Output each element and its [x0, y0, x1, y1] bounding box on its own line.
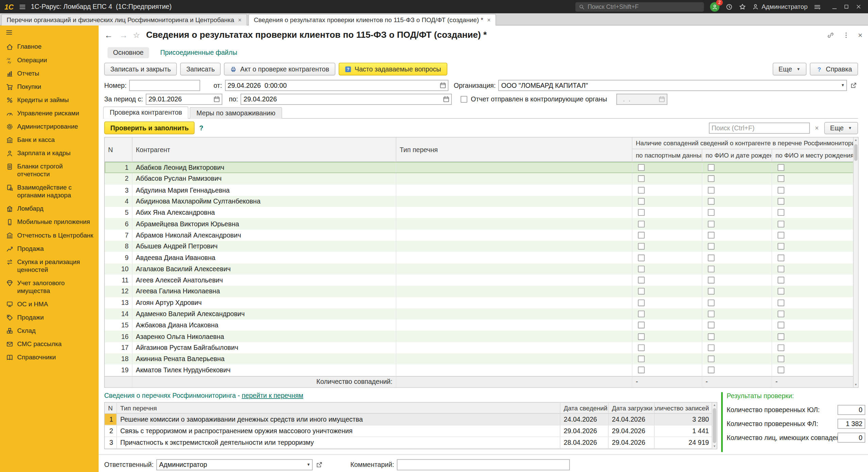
match-checkbox[interactable] — [778, 243, 784, 250]
notifications-avatar[interactable]: 2 — [710, 2, 719, 12]
dropdown-icon[interactable]: ▼ — [307, 462, 310, 466]
table-row[interactable]: 11Агеев Алексей Анатольевич — [105, 275, 854, 286]
open-organization-button[interactable] — [849, 81, 858, 90]
table-search-input[interactable] — [709, 122, 810, 133]
match-checkbox[interactable] — [638, 311, 645, 318]
list-row[interactable]: 3Причастность к экстремистской деятельно… — [105, 437, 713, 449]
sidebar-item-fixed-assets[interactable]: ОС и НМА — [0, 297, 99, 311]
clear-search-icon[interactable]: × — [812, 124, 821, 132]
sidebar-item-payroll-hr[interactable]: Зарплата и кадры — [0, 146, 99, 160]
match-checkbox[interactable] — [778, 333, 784, 340]
window-close-button[interactable] — [854, 2, 864, 12]
match-checkbox[interactable] — [708, 288, 715, 295]
match-checkbox[interactable] — [638, 277, 645, 283]
check-and-fill-button[interactable]: Проверить и заполнить — [104, 121, 194, 134]
result-value-input[interactable] — [837, 419, 865, 429]
sidebar-item-lombard[interactable]: Ломбард — [0, 202, 99, 215]
sidebar-item-operations[interactable]: АгКуОперации — [0, 53, 99, 66]
organization-input[interactable] — [498, 80, 847, 91]
dropdown-icon[interactable]: ▼ — [841, 83, 845, 87]
match-checkbox[interactable] — [638, 322, 645, 329]
table-row[interactable]: 2Аббасов Руслан Рамизович — [105, 173, 854, 184]
match-checkbox[interactable] — [708, 198, 715, 205]
global-search-input[interactable] — [588, 3, 701, 10]
scrollbar-thumb[interactable] — [854, 144, 857, 161]
help-button[interactable]: ? Справка — [810, 63, 858, 75]
match-checkbox[interactable] — [778, 265, 784, 272]
match-checkbox[interactable] — [708, 232, 715, 239]
open-responsible-button[interactable] — [314, 460, 324, 470]
get-link-icon[interactable] — [827, 31, 834, 38]
report-sent-checkbox[interactable] — [461, 96, 467, 103]
sidebar-item-buyback[interactable]: Скупка и реализация ценностей — [0, 255, 99, 276]
match-checkbox[interactable] — [638, 288, 645, 295]
window-tab[interactable]: Перечни организаций и физических лиц Рос… — [1, 14, 247, 26]
favorite-toggle-star[interactable]: ☆ — [133, 31, 140, 39]
column-header-list-type[interactable]: Тип перечня — [396, 137, 633, 161]
window-maximize-button[interactable] — [841, 2, 851, 12]
match-checkbox[interactable] — [708, 265, 715, 272]
sidebar-item-sale[interactable]: Продажа — [0, 242, 99, 255]
window-minimize-button[interactable] — [829, 2, 839, 12]
match-checkbox[interactable] — [638, 187, 645, 194]
match-checkbox[interactable] — [708, 254, 715, 261]
scroll-down-icon[interactable]: ▼ — [854, 382, 858, 387]
match-checkbox[interactable] — [708, 356, 715, 362]
match-checkbox[interactable] — [708, 333, 715, 340]
column-header-passport[interactable]: по паспортным данным — [632, 149, 702, 161]
history-icon[interactable] — [726, 3, 733, 10]
responsible-input[interactable] — [156, 459, 313, 471]
match-checkbox[interactable] — [778, 221, 784, 227]
match-checkbox[interactable] — [778, 344, 784, 351]
user-menu[interactable]: Администратор — [752, 3, 807, 10]
scroll-up-icon[interactable]: ▲ — [854, 137, 858, 143]
period-from-input[interactable] — [146, 94, 222, 105]
calendar-icon[interactable] — [443, 95, 450, 103]
sidebar-item-administration[interactable]: Администрирование — [0, 120, 99, 133]
match-checkbox[interactable] — [778, 164, 784, 171]
sidebar-item-risk-management[interactable]: Управление рисками — [0, 107, 99, 120]
calendar-icon[interactable] — [439, 82, 446, 89]
match-checkbox[interactable] — [638, 299, 645, 306]
match-checkbox[interactable] — [778, 311, 784, 318]
print-act-button[interactable]: Акт о проверке контрагентов — [224, 63, 335, 75]
lists-header-n[interactable]: N — [105, 403, 117, 413]
scroll-down-icon[interactable]: ▼ — [712, 444, 717, 449]
match-checkbox[interactable] — [638, 254, 645, 261]
table-row[interactable]: 1Абабков Леонид Викторович — [105, 162, 854, 173]
date-from-input[interactable] — [225, 80, 448, 91]
scroll-up-icon[interactable]: ▲ — [712, 403, 717, 408]
sidebar-item-centralbank-reporting[interactable]: Отчетность в Центробанк — [0, 229, 99, 242]
match-checkbox[interactable] — [778, 232, 784, 239]
match-checkbox[interactable] — [708, 322, 715, 329]
match-checkbox[interactable] — [708, 299, 715, 306]
sidebar-item-purchases[interactable]: Покупки — [0, 80, 99, 93]
match-checkbox[interactable] — [638, 176, 645, 182]
match-checkbox[interactable] — [638, 164, 645, 171]
sidebar-item-catalogs[interactable]: Справочники — [0, 351, 99, 364]
table-row[interactable]: 3Абдулина Мария Геннадьевна — [105, 184, 854, 196]
match-checkbox[interactable] — [778, 299, 784, 306]
link-attached-files[interactable]: Присоединенные файлы — [160, 49, 237, 56]
match-checkbox[interactable] — [778, 209, 784, 216]
nav-forward-button[interactable]: → — [118, 29, 129, 40]
column-header-name-birthdate[interactable]: по ФИО и дате рождения — [702, 149, 772, 161]
table-row[interactable]: 14Адаменко Валерий Александрович — [105, 308, 854, 320]
more-menu-icon[interactable] — [843, 31, 850, 38]
sidebar-item-bank-cash[interactable]: Банк и касса — [0, 133, 99, 146]
match-checkbox[interactable] — [778, 176, 784, 182]
favorites-star-icon[interactable] — [739, 3, 746, 10]
sidebar-item-collateral[interactable]: Учет залогового имущества — [0, 276, 99, 297]
table-row[interactable]: 8Абышев Андрей Петрович — [105, 241, 854, 252]
more-button[interactable]: Еще▼ — [772, 63, 806, 75]
calendar-icon[interactable] — [213, 95, 221, 103]
table-scrollbar[interactable]: ▲ ▼ — [853, 137, 858, 387]
tab-close-icon[interactable]: × — [238, 17, 241, 23]
match-checkbox[interactable] — [708, 187, 715, 194]
table-row[interactable]: 5Абих Яна Александровна — [105, 207, 854, 218]
lists-header-type[interactable]: Тип перечня — [117, 403, 560, 413]
result-value-input[interactable] — [837, 405, 865, 415]
match-checkbox[interactable] — [778, 198, 784, 205]
lists-header-load-date[interactable]: Дата загрузки — [609, 403, 654, 413]
match-checkbox[interactable] — [638, 198, 645, 205]
